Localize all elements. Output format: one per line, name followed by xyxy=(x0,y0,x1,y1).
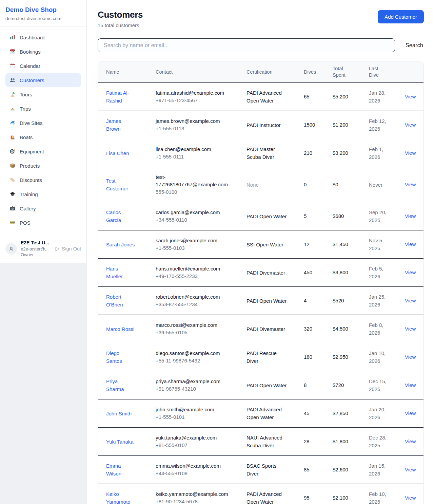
customer-dives: 1500 xyxy=(304,122,315,128)
view-link[interactable]: View xyxy=(405,213,416,219)
customer-phone: +81-90-1234-5678 xyxy=(156,498,242,504)
customer-certification: PADI Advanced Open Water xyxy=(246,406,288,421)
view-link[interactable]: View xyxy=(405,122,416,128)
customer-name-link[interactable]: Robert O'Brien xyxy=(106,293,136,309)
page-title: Customers xyxy=(98,10,143,20)
view-link[interactable]: View xyxy=(405,495,416,501)
sidebar-item-calendar[interactable]: Calendar xyxy=(5,59,81,73)
sidebar-item-pos[interactable]: POS xyxy=(5,216,81,229)
training-icon xyxy=(9,191,16,197)
customer-email: priya.sharma@example.com xyxy=(156,378,235,385)
view-link[interactable]: View xyxy=(405,438,416,444)
search-input[interactable] xyxy=(98,38,395,52)
customer-name-link[interactable]: Sarah Jones xyxy=(106,241,135,248)
svg-text:17: 17 xyxy=(11,51,14,53)
sidebar-item-dashboard[interactable]: Dashboard xyxy=(5,31,81,44)
table-row: Fatima Al-Rashid fatima.alrashid@example… xyxy=(98,83,423,111)
customer-last-dive: Jan 28, 2026 xyxy=(369,89,393,105)
sign-out-button[interactable]: Sign Out xyxy=(55,246,81,251)
view-link[interactable]: View xyxy=(405,467,416,472)
customer-name-link[interactable]: Carlos Garcia xyxy=(106,208,136,224)
sidebar-item-tours[interactable]: Tours xyxy=(5,88,81,101)
pos-icon xyxy=(9,220,16,226)
customer-last-dive: Jan 10, 2026 xyxy=(369,349,393,365)
customer-certification: PADI Divemaster xyxy=(246,325,285,333)
table-row: Robert O'Brien robert.obrien@example.com… xyxy=(98,287,423,315)
sidebar-item-boats[interactable]: Boats xyxy=(5,130,81,144)
sidebar-item-customers[interactable]: Customers xyxy=(5,73,81,87)
customer-phone: +91-98765-43210 xyxy=(156,385,242,393)
view-link[interactable]: View xyxy=(405,382,416,388)
customer-dives: 5 xyxy=(304,213,307,219)
customer-dives: 4 xyxy=(304,298,307,303)
sidebar-item-gallery[interactable]: Gallery xyxy=(5,202,81,215)
customer-name-link[interactable]: Fatima Al-Rashid xyxy=(106,89,136,105)
products-icon xyxy=(9,163,16,169)
table-row: Lisa Chen lisa.chen@example.com +1-555-0… xyxy=(98,139,423,167)
customer-name-link[interactable]: Lisa Chen xyxy=(106,149,129,157)
customer-email: john.smith@example.com xyxy=(156,406,235,413)
customer-name-link[interactable]: Diego Santos xyxy=(106,349,136,365)
customer-last-dive: Feb 10, 2026 xyxy=(369,490,393,504)
search-button[interactable]: Search xyxy=(405,39,424,51)
view-link[interactable]: View xyxy=(405,410,416,416)
customer-last-dive: Nov 5, 2025 xyxy=(369,237,393,252)
customer-email: emma.wilson@example.com xyxy=(156,462,235,470)
customer-name-link[interactable]: Priya Sharma xyxy=(106,377,136,393)
customers-icon xyxy=(9,77,16,83)
sidebar-item-label: Tours xyxy=(20,92,32,97)
customer-name-link[interactable]: James Brown xyxy=(106,117,136,133)
sidebar-item-dive-sites[interactable]: Dive Sites xyxy=(5,116,81,130)
sidebar-item-trips[interactable]: Trips xyxy=(5,102,81,115)
sidebar-item-equipment[interactable]: Equipment xyxy=(5,145,81,158)
sidebar-item-label: Calendar xyxy=(20,63,40,69)
customer-name-link[interactable]: Test Customer xyxy=(106,177,136,192)
page-header: Customers 15 total customers Add Custome… xyxy=(98,10,424,28)
customer-certification: PADI Divemaster xyxy=(246,269,285,277)
customer-name-link[interactable]: Marco Rossi xyxy=(106,325,134,333)
customer-name-link[interactable]: Keiko Yamamoto xyxy=(106,490,136,504)
tours-icon xyxy=(9,91,16,97)
customer-name-link[interactable]: Emma Wilson xyxy=(106,462,136,478)
table-row: James Brown james.brown@example.com +1-5… xyxy=(98,111,423,139)
customer-phone: 555-0100 xyxy=(156,188,242,196)
customer-last-dive: Feb 1, 2026 xyxy=(369,145,393,161)
customer-dives: 85 xyxy=(304,467,310,472)
customer-phone: +1-555-0113 xyxy=(156,125,242,132)
view-link[interactable]: View xyxy=(405,269,416,275)
customer-last-dive: Never xyxy=(369,181,382,189)
sidebar-item-products[interactable]: Products xyxy=(5,159,81,172)
sidebar-item-discounts[interactable]: Discounts xyxy=(5,173,81,187)
main-content: Customers 15 total customers Add Custome… xyxy=(87,0,434,504)
sidebar-item-training[interactable]: Training xyxy=(5,187,81,201)
customer-name-link[interactable]: Yuki Tanaka xyxy=(106,438,134,446)
customer-email: marco.rossi@example.com xyxy=(156,321,235,329)
view-link[interactable]: View xyxy=(405,150,416,156)
customer-certification: PADI Rescue Diver xyxy=(246,349,288,365)
customer-name-link[interactable]: Hans Mueller xyxy=(106,265,136,280)
customer-total-spent: $3,800 xyxy=(333,269,348,275)
view-link[interactable]: View xyxy=(405,298,416,303)
customer-phone: +971-55-123-4567 xyxy=(156,97,242,104)
customer-phone: +34-555-0110 xyxy=(156,216,242,224)
customer-total-spent: $4,500 xyxy=(333,326,348,332)
view-link[interactable]: View xyxy=(405,182,416,187)
column-header-total-spent: Total Spent xyxy=(333,61,369,83)
column-header-last-dive: Last Dive xyxy=(369,61,405,83)
sidebar-item-label: Equipment xyxy=(20,149,44,154)
customer-name-link[interactable]: John Smith xyxy=(106,410,132,417)
customer-email: lisa.chen@example.com xyxy=(156,146,235,153)
view-link[interactable]: View xyxy=(405,326,416,332)
person-icon xyxy=(8,246,14,252)
view-link[interactable]: View xyxy=(405,354,416,360)
sidebar-item-label: Boats xyxy=(20,134,33,140)
sidebar-item-bookings[interactable]: 17 Bookings xyxy=(5,45,81,58)
sidebar-item-label: Dashboard xyxy=(20,35,44,40)
add-customer-button[interactable]: Add Customer xyxy=(378,10,424,23)
customer-email: yuki.tanaka@example.com xyxy=(156,434,235,442)
user-name: E2E Test U... xyxy=(21,240,51,245)
customer-email: carlos.garcia@example.com xyxy=(156,209,235,216)
view-link[interactable]: View xyxy=(405,241,416,247)
customer-last-dive: Feb 12, 2026 xyxy=(369,117,393,133)
view-link[interactable]: View xyxy=(405,94,416,99)
